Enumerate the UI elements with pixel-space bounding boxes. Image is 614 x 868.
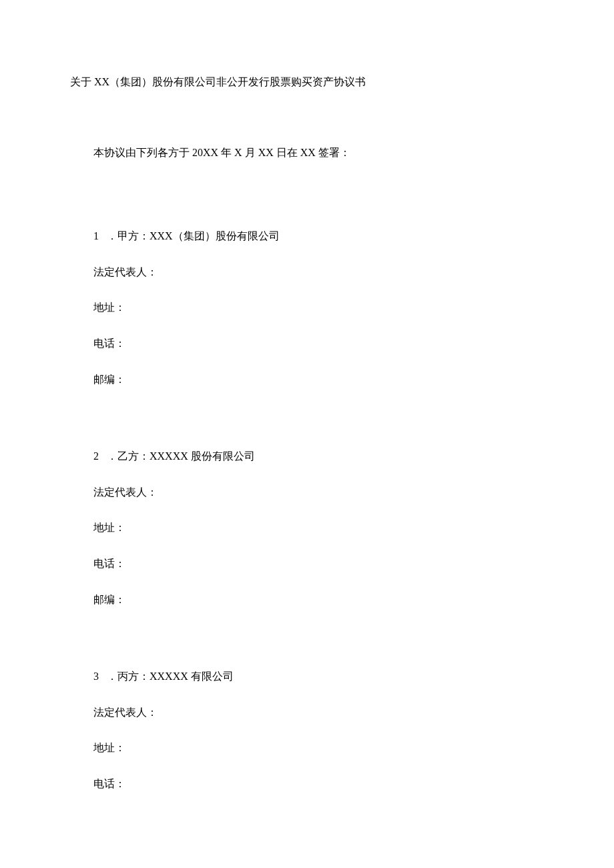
intro-line: 本协议由下列各方于 20XX 年 X 月 XX 日在 XX 签署： xyxy=(93,144,547,161)
party-c-label: ．丙方：XXXXX 有限公司 xyxy=(107,671,234,682)
party-a-address: 地址： xyxy=(93,299,547,316)
party-a-label: ．甲方：XXX（集团）股份有限公司 xyxy=(107,230,280,242)
party-b-number: 2 xyxy=(93,448,99,465)
party-b-legal-rep: 法定代表人： xyxy=(93,484,547,501)
party-b-label: ．乙方：XXXXX 股份有限公司 xyxy=(107,450,255,462)
party-a-postcode: 邮编： xyxy=(93,371,547,388)
party-c-legal-rep: 法定代表人： xyxy=(93,704,547,721)
party-a-phone: 电话： xyxy=(93,335,547,352)
party-a-heading: 1 ．甲方：XXX（集团）股份有限公司 xyxy=(93,228,547,245)
party-c-phone: 电话： xyxy=(93,775,547,793)
party-b-block: 2 ．乙方：XXXXX 股份有限公司 法定代表人： 地址： 电话： 邮编： xyxy=(93,448,547,608)
party-a-number: 1 xyxy=(93,228,99,245)
party-c-heading: 3 ．丙方：XXXXX 有限公司 xyxy=(93,668,547,685)
document-title: 关于 XX（集团）股份有限公司非公开发行股票购买资产协议书 xyxy=(70,73,547,91)
party-b-address: 地址： xyxy=(93,519,547,536)
party-c-block: 3 ．丙方：XXXXX 有限公司 法定代表人： 地址： 电话： xyxy=(93,668,547,792)
party-a-legal-rep: 法定代表人： xyxy=(93,264,547,281)
party-c-number: 3 xyxy=(93,668,99,685)
party-c-address: 地址： xyxy=(93,739,547,757)
party-b-heading: 2 ．乙方：XXXXX 股份有限公司 xyxy=(93,448,547,465)
party-b-postcode: 邮编： xyxy=(93,591,547,608)
party-b-phone: 电话： xyxy=(93,555,547,572)
document-page: 关于 XX（集团）股份有限公司非公开发行股票购买资产协议书 本协议由下列各方于 … xyxy=(0,0,614,793)
party-a-block: 1 ．甲方：XXX（集团）股份有限公司 法定代表人： 地址： 电话： 邮编： xyxy=(93,228,547,388)
